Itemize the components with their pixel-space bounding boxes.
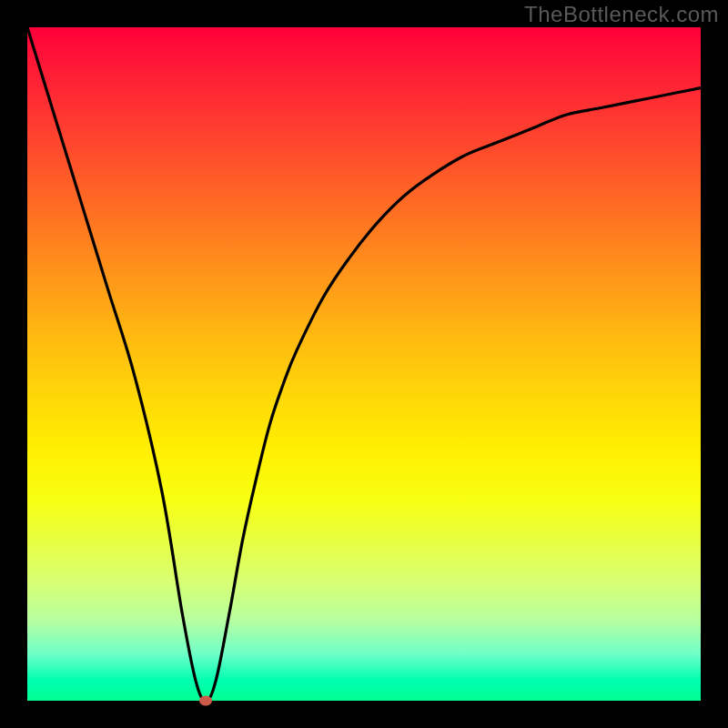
chart-frame: TheBottleneck.com: [0, 0, 728, 728]
curve-layer: [27, 27, 701, 701]
watermark-text: TheBottleneck.com: [524, 2, 719, 27]
optimal-point-marker: [199, 696, 212, 706]
bottleneck-curve: [27, 27, 701, 701]
plot-area: [27, 27, 701, 701]
